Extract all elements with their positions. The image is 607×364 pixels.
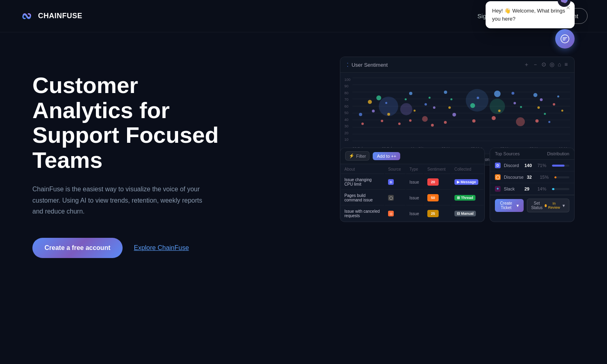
cell-source: ◎ <box>385 206 405 221</box>
sentiment-icon: ⁚ <box>347 62 348 68</box>
sources-panel: Top Sources Distribution D Discord 140 7… <box>490 148 575 222</box>
col-type: Type <box>406 165 423 174</box>
hero-section: Customer Analytics for Support Focused T… <box>0 32 607 364</box>
explore-link[interactable]: Explore ChainFuse <box>134 244 189 252</box>
hero-subtitle: ChainFuse is the easiest way to visualiz… <box>32 184 202 217</box>
source-discourse-count: 32 <box>527 175 537 180</box>
table-row: Pages build command issue ◯ Issue 50 ⊞ T… <box>341 190 484 205</box>
col-sentiment: Sentiment <box>424 165 450 174</box>
source-discourse-bar-wrap <box>554 176 569 178</box>
logo-icon <box>19 12 34 21</box>
distribution-label: Distribution <box>547 151 569 156</box>
dropdown-icon: ▼ <box>516 203 520 208</box>
source-slack-count: 29 <box>524 186 534 191</box>
cell-sentiment: 20 <box>424 175 450 190</box>
table-row: Issue with canceled requests ◎ Issue 25 … <box>341 206 484 221</box>
col-source: Source <box>385 165 405 174</box>
cell-sentiment: 25 <box>424 206 450 221</box>
zoom-in-icon[interactable]: ＋ <box>524 61 529 68</box>
sentiment-panel-header: ⁚ User Sentiment ＋ － ⊙ ◎ ⌂ ≡ <box>340 57 574 73</box>
issues-table: About Source Type Sentiment Collected Is… <box>340 164 484 222</box>
chat-launcher-button[interactable] <box>555 29 575 49</box>
cell-sentiment: 50 <box>424 190 450 205</box>
home-icon[interactable]: ⌂ <box>558 61 561 68</box>
chat-widget: ✕ Hey! 👋 Welcome, What brings you here? <box>486 1 575 28</box>
col-about: About <box>341 165 384 174</box>
create-ticket-button[interactable]: Create Ticket ▼ <box>495 199 524 212</box>
menu-icon[interactable]: ≡ <box>565 61 568 68</box>
source-slack-name: Slack <box>504 186 521 191</box>
source-slack-bar <box>552 188 554 190</box>
source-slack-row: ✦ Slack 29 14% <box>490 183 574 195</box>
filter-icon: ⚡ <box>349 153 354 159</box>
cell-about: Pages build command issue <box>341 190 384 205</box>
hero-cta-row: Create a free account Explore ChainFuse <box>32 238 235 258</box>
source-discord-count: 140 <box>524 163 534 168</box>
source-discourse-name: Discourse <box>504 175 524 180</box>
dashboard-preview: ⁚ User Sentiment ＋ － ⊙ ◎ ⌂ ≡ <box>259 57 575 61</box>
cell-action: ⊞ Thread <box>451 190 484 205</box>
cell-source: D <box>385 175 405 190</box>
chat-bubble: ✕ Hey! 👋 Welcome, What brings you here? <box>486 1 575 28</box>
table-toolbar: ⚡ Filter Add to ++ <box>340 148 484 164</box>
logo[interactable]: CHAINFUSE <box>19 12 83 21</box>
table-panel: ⚡ Filter Add to ++ About Source Type Sen… <box>340 148 485 222</box>
table-row: Issue changing CPU limit D Issue 20 ▶ Me… <box>341 175 484 190</box>
logo-text: CHAINFUSE <box>38 12 83 20</box>
source-discord-name: Discord <box>504 163 521 168</box>
chat-close-button[interactable]: ✕ <box>566 4 571 11</box>
source-discord-row: D Discord 140 71% <box>490 160 574 171</box>
hero-content: Customer Analytics for Support Focused T… <box>32 57 235 258</box>
cell-about: Issue with canceled requests <box>341 206 384 221</box>
search-icon[interactable]: ⊙ <box>541 61 546 68</box>
filter-button[interactable]: ⚡ Filter <box>345 151 369 161</box>
cell-about: Issue changing CPU limit <box>341 175 384 190</box>
cell-action: ⊟ Manual <box>451 206 484 221</box>
source-discord-bar <box>552 165 565 167</box>
source-discord-bar-wrap <box>552 165 569 167</box>
set-status-button[interactable]: Set Status In Review ▼ <box>527 199 569 212</box>
cell-action: ▶ Message <box>451 175 484 190</box>
source-slack-pct: 14% <box>537 186 549 191</box>
chart-area: 100 90 80 70 60 50 40 30 20 10 <box>340 73 574 154</box>
chat-message: Hey! 👋 Welcome, What brings you here? <box>492 7 568 23</box>
source-discourse-row: ◯ Discourse 32 15% <box>490 171 574 183</box>
settings-icon[interactable]: ◎ <box>550 61 554 68</box>
top-sources-label: Top Sources <box>495 151 520 156</box>
hero-title: Customer Analytics for Support Focused T… <box>32 73 235 172</box>
cell-type: Issue <box>406 175 423 190</box>
chat-launcher-icon <box>560 34 569 43</box>
add-button[interactable]: Add to ++ <box>373 152 400 160</box>
source-discord-pct: 71% <box>537 163 549 168</box>
source-discourse-bar <box>554 176 557 178</box>
cell-type: Issue <box>406 206 423 221</box>
status-dot <box>545 204 547 207</box>
status-dropdown-icon: ▼ <box>562 203 566 208</box>
hero-create-account-button[interactable]: Create a free account <box>32 238 123 258</box>
chart-yaxis: 100 90 80 70 60 50 40 30 20 10 <box>344 78 350 142</box>
cell-type: Issue <box>406 190 423 205</box>
panel-actions: ＋ － ⊙ ◎ ⌂ ≡ <box>524 61 568 68</box>
source-slack-bar-wrap <box>552 188 569 190</box>
sentiment-panel-title: ⁚ User Sentiment <box>347 62 388 68</box>
bubble-chart <box>352 78 570 142</box>
col-collected: Collected <box>451 165 484 174</box>
bottom-panels: ⚡ Filter Add to ++ About Source Type Sen… <box>340 148 575 222</box>
cell-source: ◯ <box>385 190 405 205</box>
zoom-out-icon[interactable]: － <box>533 61 538 68</box>
sources-header: Top Sources Distribution <box>490 148 574 160</box>
ticket-actions-row: Create Ticket ▼ Set Status In Review ▼ <box>490 195 574 216</box>
source-discourse-pct: 15% <box>540 175 551 180</box>
